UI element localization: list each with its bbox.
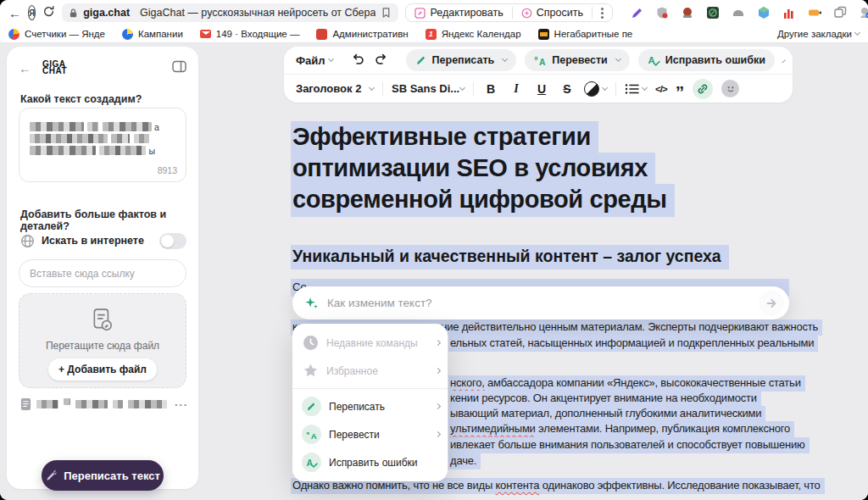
translate-pill-button[interactable]: яA Перевести xyxy=(525,49,630,71)
list-button[interactable] xyxy=(625,82,647,96)
document-p2-line4: ультимедийными элементами. Например, пуб… xyxy=(448,422,794,435)
back-icon[interactable]: ← xyxy=(8,6,21,20)
menu-item-rewrite[interactable]: Переписать xyxy=(292,392,448,420)
menu-item-translate[interactable]: яA Перевести xyxy=(292,420,448,448)
menu-item-favorites[interactable]: Избранное xyxy=(292,357,448,385)
dark-app-icon xyxy=(538,29,549,40)
pen-icon xyxy=(302,397,321,416)
mail-icon xyxy=(200,30,211,38)
direct-icon xyxy=(122,29,133,40)
redo-icon[interactable] xyxy=(374,51,389,69)
web-search-row: Искать в интернете xyxy=(20,231,186,250)
text-color-button[interactable] xyxy=(584,81,607,97)
app-workspace: Эффективные стратегии оптимизации SEO в … xyxy=(0,43,868,500)
menu-item-label: Перевести xyxy=(329,429,428,441)
quote-button[interactable]: ” xyxy=(676,88,685,97)
rewrite-pill-button[interactable]: Переписать xyxy=(406,49,517,71)
web-search-toggle[interactable] xyxy=(159,233,186,249)
chevron-down-icon xyxy=(328,56,334,62)
svg-text:я: я xyxy=(306,429,309,435)
menu-item-recent-commands[interactable]: Недавние команды xyxy=(292,329,448,357)
other-bookmarks-label: Другие закладки xyxy=(777,29,852,39)
yandex-browser-icon[interactable]: Я xyxy=(28,5,36,20)
link-input[interactable] xyxy=(19,259,186,287)
calendar-icon xyxy=(426,29,437,40)
collapse-panel-icon[interactable] xyxy=(172,60,186,76)
rewrite-text-label: Переписать текст xyxy=(64,469,160,482)
command-input[interactable] xyxy=(327,297,750,309)
tabs-extension-icon[interactable] xyxy=(833,6,848,20)
stamp-extension-icon[interactable] xyxy=(681,6,695,20)
redacted-filename xyxy=(128,400,167,408)
underline-button[interactable]: U xyxy=(533,82,550,96)
bookmark-item[interactable]: Яндекс Календар xyxy=(426,29,521,40)
masked-char: ы xyxy=(148,146,155,156)
pen-extension-icon[interactable] xyxy=(630,6,644,20)
sync-extension-icon[interactable] xyxy=(859,6,868,20)
document-p2-line5: ивлекает больше внимания пользователей и… xyxy=(448,438,810,451)
chevron-down-icon xyxy=(502,56,508,62)
cube-extension-icon[interactable] xyxy=(757,6,771,20)
redacted-filename xyxy=(113,400,123,408)
strikethrough-button[interactable]: S xyxy=(559,82,576,96)
browser-window: ← Я giga.chat GigaChat — русскоязычная н… xyxy=(0,0,868,500)
menu-item-label: Переписать xyxy=(329,401,428,413)
send-button[interactable] xyxy=(759,291,784,316)
redacted-filename xyxy=(64,398,70,405)
file-more-icon[interactable]: ··· xyxy=(175,398,188,411)
battery-extension-icon[interactable] xyxy=(808,6,822,20)
star-icon xyxy=(302,363,319,380)
shield-extension-icon[interactable] xyxy=(655,6,670,20)
edit-page-button[interactable]: Редактировать xyxy=(409,7,508,19)
toggle-knob xyxy=(161,235,174,247)
bookmark-item[interactable]: Счетчики — Янде xyxy=(8,29,105,40)
bookmark-item[interactable]: Административн xyxy=(316,29,408,40)
undo-icon[interactable] xyxy=(350,51,365,69)
color-circle-icon xyxy=(584,81,599,97)
rewrite-text-button[interactable]: Переписать текст xyxy=(42,460,164,491)
bookmark-flag-icon[interactable] xyxy=(381,7,392,19)
bookmark-item[interactable]: Кампании xyxy=(122,29,183,40)
translate-icon: яA xyxy=(534,54,547,67)
cap-extension-icon[interactable] xyxy=(732,6,746,20)
refresh-icon[interactable] xyxy=(42,5,55,20)
other-bookmarks-button[interactable]: Другие закладки xyxy=(777,29,860,39)
sidebar-back-icon[interactable]: ← xyxy=(19,61,37,75)
bullet-list-icon xyxy=(625,82,639,96)
attached-file-row[interactable]: ··· xyxy=(20,396,188,413)
fix-errors-pill-button[interactable]: A Исправить ошибки xyxy=(638,49,775,71)
document-p2-line6: даче. xyxy=(448,454,481,467)
bookmark-label: Счетчики — Янде xyxy=(25,29,105,39)
ask-ai-button[interactable]: Спросить xyxy=(516,7,588,19)
link-button[interactable] xyxy=(693,79,713,99)
file-menu[interactable]: Файл xyxy=(296,54,333,67)
font-select[interactable]: SB Sans Di... xyxy=(392,82,465,95)
rewrite-pill-label: Переписать xyxy=(432,54,495,66)
document-icon xyxy=(20,397,31,411)
prompt-textarea[interactable]: а ы 8913 xyxy=(19,108,186,182)
collapse-toolbar-icon[interactable] xyxy=(782,59,785,63)
prompt-question-label: Какой текст создадим? xyxy=(20,93,142,105)
file-dropzone[interactable]: Перетащите сюда файл + Добавить файл xyxy=(19,293,186,388)
command-input-bar xyxy=(292,286,789,319)
paragraph-style-select[interactable]: Заголовок 2 xyxy=(296,82,374,95)
bar-chart-extension-icon[interactable] xyxy=(782,6,797,20)
bookmark-item[interactable]: 149 · Входящие — xyxy=(200,29,300,39)
more-menu-icon[interactable] xyxy=(601,12,604,14)
bold-button[interactable]: B xyxy=(482,82,499,96)
camera-extension-icon[interactable] xyxy=(706,6,721,20)
bookmark-label: Яндекс Календар xyxy=(442,29,521,39)
menu-divider xyxy=(292,388,448,389)
italic-button[interactable]: I xyxy=(508,82,525,96)
menu-item-fix-errors[interactable]: A Исправить ошибки xyxy=(292,448,448,476)
emoji-button[interactable] xyxy=(721,80,739,97)
add-file-button[interactable]: + Добавить файл xyxy=(48,358,157,381)
address-bar[interactable]: giga.chat GigaChat — русскоязычная нейро… xyxy=(62,3,398,22)
bookmark-item[interactable]: Негабаритные пе xyxy=(538,29,633,40)
menu-item-label: Исправить ошибки xyxy=(329,457,440,469)
metrika-icon xyxy=(8,29,19,40)
document-p2-line2: кении ресурсов. Он акцентирует внимание … xyxy=(448,392,761,404)
url-text[interactable]: giga.chat xyxy=(83,7,130,19)
chevron-right-icon xyxy=(435,431,441,437)
code-button[interactable]: </> xyxy=(655,84,667,94)
